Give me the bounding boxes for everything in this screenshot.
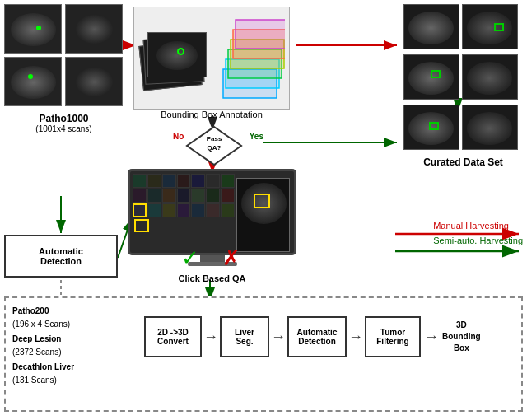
patho-label: Patho1000 (4, 113, 124, 124)
auto-detect-box: AutomaticDetection (4, 235, 118, 278)
pipeline-arrow-3: → (348, 329, 363, 346)
pipeline-arrow-4: → (424, 329, 439, 346)
left-ct-scans: Patho1000 (1001x4 scans) (4, 4, 124, 198)
pipeline-step-1: 2D ->3DConvert (144, 316, 202, 357)
check-mark: ✓ (181, 245, 199, 271)
svg-text:Pass: Pass (207, 135, 222, 142)
pipeline-arrow-2: → (271, 329, 286, 346)
qa-diamond: Pass QA? No Yes (185, 125, 243, 166)
svg-text:QA?: QA? (208, 144, 222, 152)
main-diagram: Patho1000 (1001x4 scans) AutomaticDetect… (0, 0, 527, 420)
qa-monitor (128, 169, 296, 272)
ct-scan-1 (4, 4, 62, 54)
right-scan-2 (462, 4, 518, 49)
right-scan-4 (462, 54, 518, 100)
bbox-annotation-area (133, 7, 290, 110)
semiauto-harvesting-label: Semi-auto. Harvesting (433, 236, 523, 245)
auto-detect-label: AutomaticDetection (39, 246, 83, 266)
pipeline-step-3: AutomaticDetection (287, 316, 347, 357)
right-scan-3 (403, 54, 459, 100)
pipeline-arrow-1: → (203, 329, 218, 346)
patho-sub-label: (1001x4 scans) (4, 124, 124, 133)
manual-harvesting-label: Manual Harvesting (433, 221, 523, 231)
right-scan-5 (403, 105, 459, 150)
svg-rect-28 (236, 20, 285, 49)
x-mark: ✗ (222, 245, 240, 271)
harvest-labels: Manual Harvesting Semi-auto. Harvesting (433, 221, 523, 245)
ct-scan-3 (4, 57, 62, 106)
ct-scan-2 (65, 4, 123, 54)
curated-label: Curated Data Set (403, 156, 523, 168)
qa-no-label: No (173, 132, 184, 141)
pipeline-step-2: LiverSeg. (220, 316, 269, 357)
monitor-label: Click Based QA (128, 273, 296, 283)
pipeline-step-4: TumorFiltering (365, 316, 421, 357)
right-ct-scans: Curated Data Set (403, 4, 523, 168)
qa-yes-label: Yes (250, 132, 264, 141)
right-scan-6 (462, 105, 518, 150)
ct-scan-4 (65, 57, 123, 106)
pipeline-end-label: 3DBoundingBox (442, 320, 481, 354)
pipeline-box: Patho200 (196 x 4 Scans) Deep Lesion (23… (4, 296, 523, 412)
pipeline-datasets: Patho200 (196 x 4 Scans) Deep Lesion (23… (12, 305, 74, 386)
right-scan-1 (403, 4, 459, 49)
bbox-label: Bounding Box Annotation (133, 110, 290, 119)
